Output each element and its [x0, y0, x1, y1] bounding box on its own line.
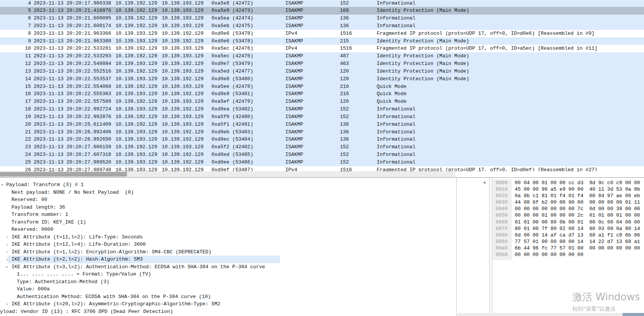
packet-row[interactable]: 262023-11-13 20:20:27.98974810.139.193.1…: [0, 166, 644, 171]
packet-col-len: 152: [340, 159, 349, 166]
hex-bytes[interactable]: 80 01 00 7f 80 02 00 14 80 03 00 0a 80 1…: [515, 225, 640, 232]
hex-row[interactable]: 004000 00 00 00 00 00 00 7c 0d 00 00 38 …: [492, 206, 644, 212]
hex-row[interactable]: 003044 08 6f b2 00 00 00 00 00 00 00 00 …: [492, 199, 644, 206]
packet-col-src: 10.139.192.129: [115, 83, 157, 91]
packet-row[interactable]: 62023-11-13 20:20:21.60809510.139.192.12…: [0, 15, 644, 22]
packet-row[interactable]: 212023-11-13 20:20:26.99240610.139.193.1…: [0, 128, 644, 136]
packet-col-id: 0xd0ec (53484): [211, 136, 253, 143]
packet-row[interactable]: 42023-11-13 20:20:17.98033810.139.192.12…: [0, 0, 644, 7]
packet-col-id: 0xa5ec (42476): [211, 45, 253, 52]
hex-bytes[interactable]: 00 00 00 01 00 00 00 2c 01 01 00 01 00 0…: [515, 212, 640, 219]
hex-row[interactable]: 001045 00 00 98 a5 e9 00 00 40 11 3d 53 …: [492, 186, 644, 193]
detail-row[interactable]: Next payload: NONE / No Next Payload (0): [0, 189, 456, 196]
packet-col-time: 2023-11-13 20:20:21.608174: [34, 22, 111, 30]
detail-row[interactable]: Value: 000a: [0, 285, 456, 293]
detail-row[interactable]: Payload length: 36: [0, 204, 456, 211]
packet-row[interactable]: 182023-11-13 20:20:22.99272410.139.193.1…: [0, 105, 644, 113]
detail-row[interactable]: ›Payload: Transform (3) # 1: [0, 181, 456, 189]
scrollbar-thumb[interactable]: [623, 313, 644, 316]
detail-row[interactable]: ›IKE Attribute (t=1,l=2): Encryption-Alg…: [0, 248, 456, 256]
packet-row[interactable]: 192023-11-13 20:20:22.99287610.139.192.1…: [0, 113, 644, 121]
hex-row[interactable]: 00200a 8b c1 81 01 f4 01 f4 00 84 97 ae …: [492, 193, 644, 199]
packet-col-proto: ISAKMP: [285, 37, 303, 45]
hex-bytes[interactable]: 0d 00 00 14 af ca d7 13 68 a1 f1 c9 6b 8…: [515, 232, 640, 238]
hex-row[interactable]: 00b000 00 00 00 00 00 00 00: [492, 251, 644, 258]
packet-col-time: 2023-11-13 20:20:22.555363: [34, 90, 111, 98]
detail-row-label: IKE Attribute (t=20,l=2): Asymmetric-Cry…: [11, 300, 220, 308]
hex-row[interactable]: 005000 00 00 01 00 00 00 2c 01 01 00 01 …: [492, 212, 644, 219]
hex-row[interactable]: 00800d 00 00 14 af ca d7 13 68 a1 f1 c9 …: [492, 232, 644, 238]
hex-bytes[interactable]: 00 04 00 01 00 06 cc d3 9d 9c c0 c9 00 0…: [515, 180, 640, 186]
detail-row[interactable]: ›IKE Attribute (t=3,l=2): Authentication…: [0, 263, 456, 271]
packet-row[interactable]: 172023-11-13 20:20:22.55758910.139.192.1…: [0, 98, 644, 105]
packet-row[interactable]: 82023-11-13 20:20:21.96336610.139.193.12…: [0, 30, 644, 37]
hex-row[interactable]: 00a06b 44 96 fc 77 57 01 00 00 00 00 00 …: [492, 245, 644, 251]
packet-row[interactable]: 222023-11-13 20:20:26.99265010.139.193.1…: [0, 136, 644, 143]
detail-row[interactable]: 1... .... .... .... = Format: Type/Value…: [0, 271, 456, 278]
detail-row[interactable]: ›IKE Attribute (t=11,l=2): Life-Type: Se…: [0, 233, 456, 241]
packet-row[interactable]: 112023-11-13 20:20:22.53329310.139.192.1…: [0, 52, 644, 60]
detail-row[interactable]: ›IKE Attribute (t=20,l=2): Asymmetric-Cr…: [0, 300, 456, 308]
hex-bytes[interactable]: 00 00 00 00 00 00 00 00: [515, 251, 583, 258]
detail-row[interactable]: Type: Authentication-Method (3): [0, 278, 456, 286]
detail-row[interactable]: Transform number: 1: [0, 211, 456, 219]
packet-list-horizontal-scrollbar[interactable]: [0, 171, 455, 177]
collapsed-arrow-icon[interactable]: ›: [6, 241, 8, 248]
packet-row[interactable]: 152023-11-13 20:20:22.55406810.139.192.1…: [0, 83, 644, 91]
collapsed-arrow-icon[interactable]: ›: [6, 300, 8, 308]
packet-col-no: 11: [0, 52, 31, 60]
detail-row[interactable]: ›IKE Attribute (t=12,l=4): Life-Duration…: [0, 241, 456, 248]
hex-bytes[interactable]: 77 57 01 00 00 00 00 14 14 22 d7 13 68 a…: [515, 238, 640, 245]
detail-row-label: Reserved: 0000: [11, 226, 53, 233]
hex-row[interactable]: 007080 01 00 7f 80 02 00 14 80 03 00 0a …: [492, 225, 644, 232]
collapsed-arrow-icon[interactable]: ›: [6, 256, 8, 263]
packet-col-dst: 10.139.192.129: [162, 90, 203, 98]
hex-bytes[interactable]: 44 08 6f b2 00 00 00 00 00 00 00 00 01 1…: [515, 199, 640, 206]
packet-col-len: 120: [340, 98, 349, 105]
detail-row[interactable]: Reserved: 0000: [0, 226, 456, 233]
hex-row[interactable]: 009077 57 01 00 00 00 00 14 14 22 d7 13 …: [492, 238, 644, 245]
hex-bytes[interactable]: 45 00 00 98 a5 e9 00 00 40 11 3d 53 0a 8…: [515, 186, 640, 193]
packet-row[interactable]: 162023-11-13 20:20:22.55536310.139.193.1…: [0, 90, 644, 98]
packet-row[interactable]: 142023-11-13 20:20:22.55353710.139.193.1…: [0, 75, 644, 83]
detail-row[interactable]: Transform ID: KEY_IKE (1): [0, 219, 456, 226]
hex-bytes[interactable]: 00 00 00 00 00 00 00 7c 0d 00 00 38 00 0…: [515, 206, 640, 212]
detail-row[interactable]: Authentication Method: ECDSA with SHA-38…: [0, 293, 456, 301]
pane-splitter[interactable]: [490, 178, 490, 316]
packet-col-id: 0xd0ef (53487): [211, 166, 253, 171]
packet-col-info: Identity Protection (Main Mode): [377, 75, 469, 83]
packet-row[interactable]: 242023-11-13 20:20:27.60731810.139.193.1…: [0, 151, 644, 159]
packet-col-no: 16: [0, 90, 31, 98]
hex-bytes[interactable]: 0a 8b c1 81 01 f4 01 f4 00 84 97 ae 00 e…: [515, 193, 640, 199]
detail-row-label: IKE Attribute (t=3,l=2): Authentication-…: [11, 263, 265, 271]
collapsed-arrow-icon[interactable]: ›: [6, 233, 8, 241]
expanded-arrow-icon[interactable]: ›: [0, 184, 6, 186]
packet-col-dst: 10.139.193.129: [162, 0, 203, 7]
hex-bytes[interactable]: 01 01 00 00 80 0b 00 01 00 0c 00 04 00 0…: [515, 219, 640, 225]
collapsed-arrow-icon[interactable]: ›: [6, 248, 8, 256]
packet-col-src: 10.139.192.129: [115, 121, 157, 128]
bytes-pane-horizontal-scrollbar[interactable]: [457, 313, 644, 316]
hex-bytes[interactable]: 6b 44 96 fc 77 57 01 00 00 00 00 00 00 0…: [515, 245, 640, 251]
expanded-arrow-icon[interactable]: ›: [3, 266, 11, 268]
hex-row[interactable]: 006001 01 00 00 80 0b 00 01 00 0c 00 04 …: [492, 219, 644, 225]
packet-row[interactable]: 92023-11-13 20:20:21.96338010.139.193.12…: [0, 37, 644, 45]
packet-row[interactable]: 232023-11-13 20:20:27.60615910.139.192.1…: [0, 143, 644, 151]
packet-col-time: 2023-11-13 20:20:26.992650: [34, 136, 111, 143]
packet-col-no: 9: [0, 37, 31, 45]
packet-row[interactable]: 252023-11-13 20:20:27.98952010.139.193.1…: [0, 159, 644, 166]
packet-row[interactable]: 202023-11-13 20:20:25.61140910.139.192.1…: [0, 121, 644, 128]
packet-row[interactable]: 72023-11-13 20:20:21.60817410.139.192.12…: [0, 22, 644, 30]
packet-col-proto: ISAKMP: [285, 68, 303, 75]
packet-row[interactable]: 102023-11-13 20:20:22.53328110.139.192.1…: [0, 45, 644, 52]
scrollbar-thumb[interactable]: [0, 172, 127, 177]
packet-col-info: Fragmented IP protocol (proto=UDP 17, of…: [377, 166, 597, 171]
detail-row[interactable]: yload: Vendor ID (13) : RFC 3706 DPD (De…: [0, 308, 456, 316]
scroll-up-arrow-icon[interactable]: ▲: [481, 180, 488, 185]
packet-row[interactable]: 52023-11-13 20:20:21.41697610.139.192.12…: [0, 7, 644, 15]
detail-row[interactable]: Reserved: 00: [0, 196, 456, 204]
hex-row[interactable]: 000000 04 00 01 00 06 cc d3 9d 9c c0 c9 …: [492, 180, 644, 186]
detail-row[interactable]: ›IKE Attribute (t=2,l=2): Hash-Algorithm…: [0, 256, 456, 263]
packet-row[interactable]: 132023-11-13 20:20:22.55251610.139.192.1…: [0, 68, 644, 75]
packet-row[interactable]: 122023-11-13 20:20:22.54888410.139.193.1…: [0, 60, 644, 68]
